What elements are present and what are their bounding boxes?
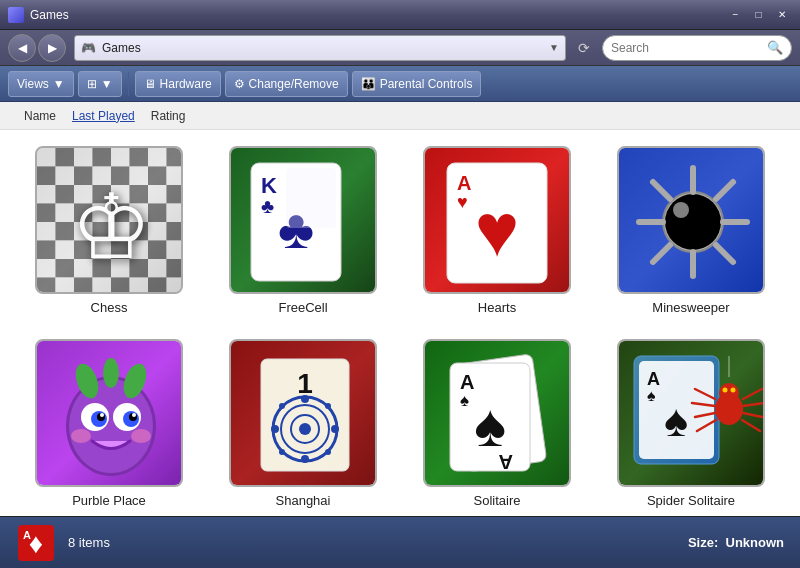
svg-rect-24	[167, 185, 184, 204]
game-item-solitaire[interactable]: A ♠ A ♠ Solitaire	[404, 335, 590, 512]
col-header-rating[interactable]: Rating	[143, 102, 194, 129]
svg-point-93	[103, 358, 119, 388]
minesweeper-icon-svg	[619, 148, 765, 294]
game-item-shanghai[interactable]: 1 Shanghai	[210, 335, 396, 512]
svg-point-111	[299, 423, 311, 435]
col-header-last-played[interactable]: Last Played	[64, 102, 143, 129]
svg-text:♠: ♠	[647, 387, 656, 404]
path-icon: 🎮	[81, 41, 96, 55]
svg-text:A: A	[460, 371, 474, 393]
svg-point-104	[131, 429, 151, 443]
close-button[interactable]: ✕	[771, 4, 792, 25]
game-item-purble-place[interactable]: Purble Place	[16, 335, 202, 512]
svg-rect-4	[93, 148, 112, 167]
parental-controls-button[interactable]: 👪 Parental Controls	[352, 71, 482, 97]
svg-point-113	[301, 455, 309, 463]
address-bar: ◀ ▶ 🎮 Games ▼ ⟳ 🔍	[0, 30, 800, 66]
change-remove-label: Change/Remove	[249, 77, 339, 91]
change-remove-icon: ⚙	[234, 77, 245, 91]
forward-button[interactable]: ▶	[38, 34, 66, 62]
svg-rect-48	[167, 241, 184, 260]
svg-point-136	[731, 388, 736, 393]
change-remove-button[interactable]: ⚙ Change/Remove	[225, 71, 348, 97]
svg-rect-56	[167, 259, 184, 278]
game-item-freecell[interactable]: K ♣ ♣ FreeCell	[210, 142, 396, 319]
game-name-hearts: Hearts	[478, 300, 516, 315]
address-dropdown[interactable]: ▼	[549, 42, 559, 53]
game-icon-purble-place	[35, 339, 183, 487]
layout-button[interactable]: ⊞ ▼	[78, 71, 122, 97]
refresh-button[interactable]: ⟳	[574, 38, 594, 58]
svg-rect-57	[37, 278, 56, 295]
maximize-button[interactable]: □	[748, 4, 769, 25]
svg-rect-58	[56, 278, 75, 295]
svg-rect-49	[37, 259, 56, 278]
svg-point-101	[100, 413, 104, 417]
game-name-freecell: FreeCell	[278, 300, 327, 315]
game-name-purble-place: Purble Place	[72, 493, 146, 508]
game-item-minesweeper[interactable]: Minesweeper	[598, 142, 784, 319]
games-grid: ♔ Chess K	[16, 142, 784, 512]
svg-point-135	[723, 388, 728, 393]
svg-rect-40	[167, 222, 184, 241]
layout-icon: ⊞	[87, 77, 97, 91]
status-icon: ♦ A	[16, 523, 56, 563]
svg-point-117	[325, 403, 331, 409]
svg-point-115	[331, 425, 339, 433]
main-content: ♔ Chess K	[0, 130, 800, 516]
svg-rect-41	[37, 241, 56, 260]
col-header-name[interactable]: Name	[16, 102, 64, 129]
svg-rect-64	[167, 278, 184, 295]
title-bar-icon	[8, 7, 24, 23]
search-box[interactable]: 🔍	[602, 35, 792, 61]
layout-dropdown-icon: ▼	[101, 77, 113, 91]
svg-text:♔: ♔	[71, 177, 152, 277]
status-size: Size: Unknown	[688, 535, 784, 550]
spider-icon-svg: A ♠ ♠	[619, 341, 765, 487]
status-size-value: Unknown	[726, 535, 785, 550]
svg-rect-2	[56, 148, 75, 167]
svg-rect-61	[111, 278, 130, 295]
title-bar-controls: − □ ✕	[725, 4, 792, 25]
minimize-button[interactable]: −	[725, 4, 746, 25]
svg-point-102	[132, 413, 136, 417]
svg-rect-25	[37, 204, 56, 223]
game-icon-spider-solitaire: A ♠ ♠	[617, 339, 765, 487]
status-size-label: Size:	[688, 535, 718, 550]
svg-rect-59	[74, 278, 93, 295]
game-item-chess[interactable]: ♔ Chess	[16, 142, 202, 319]
game-item-hearts[interactable]: A ♥ ♥ Hearts	[404, 142, 590, 319]
address-path: Games	[102, 41, 543, 55]
title-bar-text: Games	[30, 8, 69, 22]
back-button[interactable]: ◀	[8, 34, 36, 62]
svg-rect-8	[167, 148, 184, 167]
address-box[interactable]: 🎮 Games ▼	[74, 35, 566, 61]
status-bar: ♦ A 8 items Size: Unknown	[0, 516, 800, 568]
views-button[interactable]: Views ▼	[8, 71, 74, 97]
hardware-button[interactable]: 🖥 Hardware	[135, 71, 221, 97]
game-item-spider-solitaire[interactable]: A ♠ ♠	[598, 335, 784, 512]
column-headers: Name Last Played Rating	[0, 102, 800, 130]
svg-point-88	[673, 202, 689, 218]
svg-rect-71	[286, 168, 336, 228]
game-name-solitaire: Solitaire	[474, 493, 521, 508]
search-input[interactable]	[611, 41, 763, 55]
svg-rect-7	[148, 148, 167, 167]
solitaire-icon-svg: A ♠ A ♠	[425, 341, 571, 487]
svg-point-119	[325, 449, 331, 455]
svg-rect-17	[37, 185, 56, 204]
svg-rect-1	[37, 148, 56, 167]
svg-text:A: A	[457, 172, 471, 194]
svg-point-134	[719, 383, 739, 403]
parental-controls-label: Parental Controls	[380, 77, 473, 91]
game-icon-chess: ♔	[35, 146, 183, 294]
search-icon[interactable]: 🔍	[767, 40, 783, 55]
svg-rect-62	[130, 278, 149, 295]
toolbar-separator-1	[128, 72, 129, 96]
game-icon-solitaire: A ♠ A ♠	[423, 339, 571, 487]
views-label: Views	[17, 77, 49, 91]
game-icon-freecell: K ♣ ♣	[229, 146, 377, 294]
svg-text:1: 1	[297, 368, 313, 399]
freecell-icon-svg: K ♣ ♣	[231, 148, 377, 294]
title-bar-left: Games	[8, 7, 69, 23]
